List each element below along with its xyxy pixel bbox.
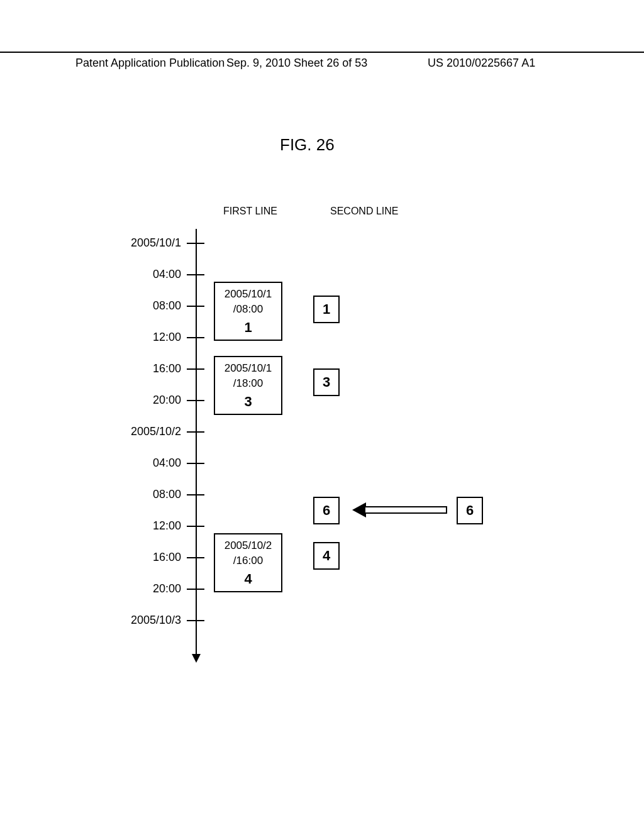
tick-label: 16:00 — [118, 362, 181, 375]
tick-mark — [187, 526, 204, 527]
tick-mark — [187, 620, 204, 621]
small-box-1: 1 — [313, 296, 340, 323]
event-box-1: 2005/10/1 /08:00 1 — [214, 282, 282, 341]
header-publication: Patent Application Publication — [75, 57, 225, 70]
header-date-sheet: Sep. 9, 2010 Sheet 26 of 53 — [226, 57, 367, 70]
tick-mark — [187, 463, 204, 464]
tick-mark — [187, 243, 204, 244]
tick-label: 2005/10/2 — [118, 425, 181, 438]
column-label-second: SECOND LINE — [330, 206, 398, 217]
event-date: 2005/10/1 — [225, 362, 272, 374]
event-time: /16:00 — [233, 555, 263, 567]
tick-label: 16:00 — [118, 551, 181, 564]
event-date: 2005/10/1 — [225, 288, 272, 300]
tick-label: 08:00 — [118, 488, 181, 501]
figure-title: FIG. 26 — [280, 135, 335, 155]
tick-mark — [187, 274, 204, 275]
small-box-6: 6 — [313, 497, 340, 524]
event-box-2: 2005/10/1 /18:00 3 — [214, 356, 282, 415]
tick-label: 2005/10/3 — [118, 614, 181, 627]
tick-mark — [187, 589, 204, 590]
timeline-arrow-icon — [192, 654, 201, 663]
tick-mark — [187, 400, 204, 401]
tick-label: 2005/10/1 — [118, 236, 181, 250]
page-header: Patent Application Publication Sep. 9, 2… — [0, 52, 644, 57]
tick-label: 20:00 — [118, 582, 181, 595]
small-box-4: 4 — [313, 542, 340, 570]
tick-mark — [187, 431, 204, 433]
timeline-axis — [196, 229, 197, 656]
event-time: /18:00 — [233, 377, 263, 389]
tick-label: 12:00 — [118, 331, 181, 344]
event-number: 1 — [215, 318, 281, 338]
source-box-6: 6 — [457, 497, 483, 524]
column-label-first: FIRST LINE — [223, 206, 277, 217]
tick-label: 04:00 — [118, 268, 181, 281]
header-pub-number: US 2010/0225667 A1 — [428, 57, 535, 70]
tick-mark — [187, 337, 204, 338]
event-number: 3 — [215, 392, 281, 412]
event-date: 2005/10/2 — [225, 540, 272, 551]
event-time: /08:00 — [233, 303, 263, 315]
tick-label: 12:00 — [118, 519, 181, 533]
tick-label: 08:00 — [118, 299, 181, 313]
event-box-3: 2005/10/2 /16:00 4 — [214, 533, 282, 592]
tick-mark — [187, 368, 204, 370]
event-number: 4 — [215, 570, 281, 589]
tick-mark — [187, 494, 204, 495]
tick-mark — [187, 557, 204, 558]
tick-mark — [187, 306, 204, 307]
tick-label: 20:00 — [118, 394, 181, 407]
tick-label: 04:00 — [118, 456, 181, 470]
small-box-3: 3 — [313, 368, 340, 396]
